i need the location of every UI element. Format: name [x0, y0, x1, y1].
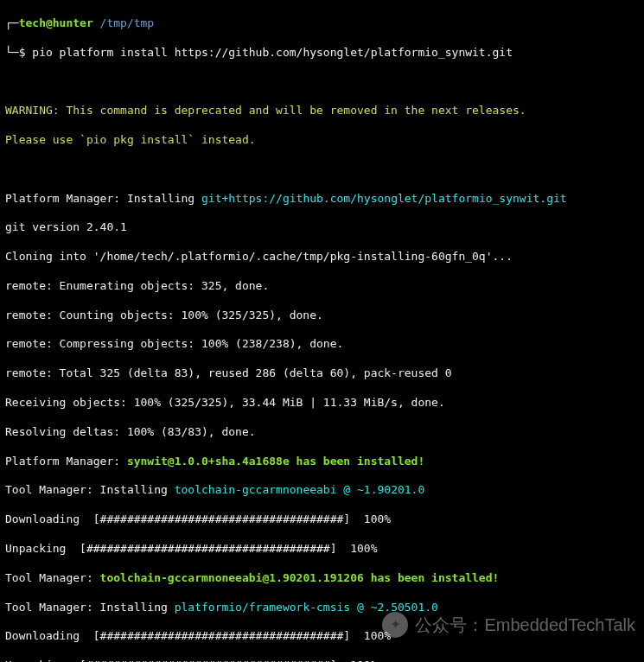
- git1-l4: remote: Counting objects: 100% (325/325)…: [5, 309, 639, 323]
- git1-l2: Cloning into '/home/tech/.platformio/.ca…: [5, 250, 639, 264]
- warning-line1: WARNING: This command is deprecated and …: [5, 104, 639, 118]
- prompt-bracket: ┌─: [5, 16, 19, 29]
- git1-l3: remote: Enumerating objects: 325, done.: [5, 279, 639, 294]
- tm1-done-prefix: Tool Manager:: [5, 571, 100, 584]
- tm1-unpack: Unpacking [#############################…: [5, 542, 639, 557]
- pm-installing-url: git+https://github.com/hysonglet/platfor…: [201, 192, 567, 205]
- prompt-ps: $: [19, 46, 33, 59]
- tm1-download: Downloading [###########################…: [5, 512, 639, 527]
- prompt-cwd: /tmp/tmp: [100, 16, 155, 29]
- tm2-unpack: Unpacking [#############################…: [5, 659, 639, 662]
- wechat-icon: ✦: [382, 612, 408, 638]
- pm-done-prefix: Platform Manager:: [5, 455, 127, 468]
- watermark-text: 公众号：EmbeddedTechTalk: [415, 614, 635, 636]
- git1-l1: git version 2.40.1: [5, 220, 639, 235]
- tm1-done-msg: toolchain-gccarmnoneeabi@1.90201.191206 …: [100, 571, 500, 584]
- warning-line2: Please use `pio pkg install` instead.: [5, 133, 639, 148]
- prompt-bracket2: └─: [5, 46, 19, 59]
- git1-l8: Resolving deltas: 100% (83/83), done.: [5, 425, 639, 440]
- tm2-prefix: Tool Manager: Installing: [5, 601, 175, 614]
- git1-l5: remote: Compressing objects: 100% (238/2…: [5, 337, 639, 352]
- git1-l6: remote: Total 325 (delta 83), reused 286…: [5, 366, 639, 381]
- pm-installing-prefix: Platform Manager: Installing: [5, 192, 201, 205]
- command-input[interactable]: pio platform install https://github.com/…: [32, 46, 513, 59]
- tm1-prefix: Tool Manager: Installing: [5, 483, 175, 496]
- terminal-output: ┌─tech@hunter /tmp/tmp └─$ pio platform …: [5, 2, 639, 662]
- tm1-pkg: toolchain-gccarmnoneeabi @ ~1.90201.0: [175, 483, 425, 496]
- git1-l7: Receiving objects: 100% (325/325), 33.44…: [5, 396, 639, 411]
- pm-done-msg: synwit@1.0.0+sha.4a1688e has been instal…: [127, 455, 424, 468]
- prompt-userhost: tech@hunter: [19, 16, 93, 29]
- watermark: ✦ 公众号：EmbeddedTechTalk: [382, 612, 635, 638]
